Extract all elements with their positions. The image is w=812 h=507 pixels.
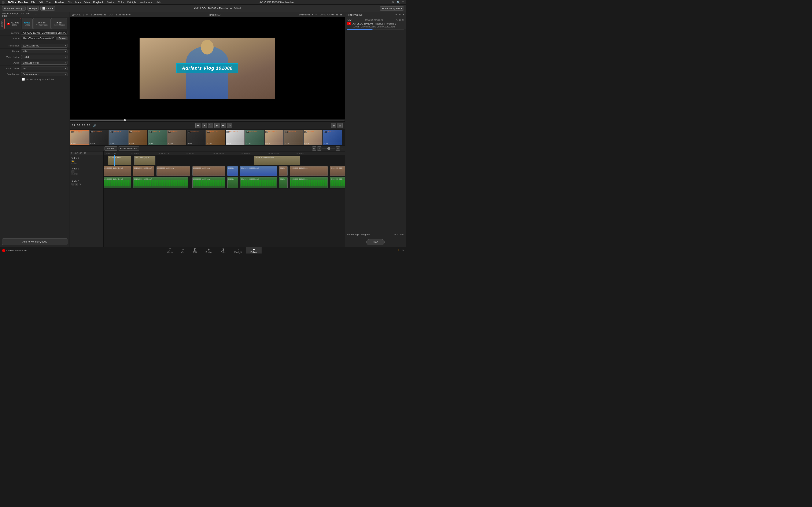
menu-file[interactable]: File bbox=[31, 1, 35, 4]
tape-button[interactable]: ▶ Tape bbox=[27, 6, 39, 11]
control-icon[interactable]: ☰ bbox=[402, 1, 404, 4]
clip-12[interactable]: 12 00:00:01:15 H.264 bbox=[284, 130, 303, 145]
upload-yt-checkbox[interactable] bbox=[22, 78, 25, 81]
tab-edit[interactable]: ◧ Edit bbox=[189, 247, 201, 254]
timeline-zoom-in-button[interactable]: + bbox=[336, 147, 340, 151]
v1-clip-4[interactable]: 20191008_112650.mp4 bbox=[192, 166, 225, 176]
clip-11[interactable]: 11 00:00:00:17 H.264 bbox=[264, 130, 284, 145]
menu-fusion[interactable]: Fusion bbox=[107, 1, 115, 4]
volume-icon[interactable]: 🔊 bbox=[93, 124, 96, 127]
v1-track-content[interactable]: 20191008_112...41.mp4 20191008_112358.mp… bbox=[104, 166, 345, 176]
a1-clip-6[interactable]: 2019... bbox=[279, 177, 288, 188]
loop-button[interactable]: ↻ bbox=[227, 123, 232, 128]
tab-color[interactable]: ◑ Color bbox=[216, 247, 230, 254]
format-h264-button[interactable]: H.264 H.264 Master bbox=[51, 18, 67, 29]
browse-button[interactable]: Browse bbox=[57, 37, 67, 40]
job-copy-icon[interactable]: ⧉ bbox=[399, 18, 401, 21]
format-youtube-button[interactable]: YouTube 1080p bbox=[4, 18, 21, 29]
a1-clip-1[interactable]: 20191008_112...41.mp4 bbox=[104, 177, 131, 188]
tab-fusion[interactable]: ◈ Fusion bbox=[201, 247, 216, 254]
tab-media[interactable]: ⬡ Media bbox=[163, 247, 177, 254]
skip-to-end-button[interactable]: ⏭ bbox=[221, 123, 226, 128]
audio-select[interactable]: Main 1 (Stereo) bbox=[21, 61, 67, 65]
audio-mixer-button[interactable]: ⊟ bbox=[338, 123, 343, 128]
tab-cut[interactable]: ✂ Cut bbox=[177, 247, 189, 254]
v1-lock-button[interactable] bbox=[71, 170, 74, 173]
a1-clip-2[interactable]: 20191008_112358.mp4 bbox=[133, 177, 188, 188]
v1-clip-2[interactable]: 20191008_112358.mp4 bbox=[133, 166, 154, 176]
stop-button[interactable]: ⬛ bbox=[208, 123, 213, 128]
clip-01[interactable]: 01 00:00:01:22 H.264 bbox=[70, 130, 89, 145]
clip-13[interactable]: 13 00:00:00:11 H.264 bbox=[303, 130, 322, 145]
a1-clip-4[interactable]: 20191... bbox=[227, 177, 238, 188]
v1-clip-1[interactable]: 20191008_112...41.mp4 bbox=[104, 166, 131, 176]
format-prores-button[interactable]: ProRes ProRes Master bbox=[33, 18, 51, 29]
location-input[interactable] bbox=[21, 37, 57, 40]
format-vimeo-button[interactable]: vimeo 1080p bbox=[22, 18, 33, 29]
v2-clip-2[interactable]: Text - Setting up m... bbox=[134, 156, 155, 165]
job-delete-icon[interactable]: ✕ bbox=[402, 18, 404, 21]
timeline-grid-button[interactable]: ⊞ bbox=[312, 147, 316, 151]
render-settings-button[interactable]: ⚙ Render Settings bbox=[2, 6, 26, 11]
a1-solo-button[interactable]: S bbox=[71, 183, 74, 185]
panel-options-button[interactable]: ••• bbox=[35, 13, 68, 16]
search-icon[interactable]: 🔍 bbox=[397, 1, 400, 4]
add-to-render-queue-button[interactable]: Add to Render Queue bbox=[2, 238, 67, 245]
render-button[interactable]: Render bbox=[104, 147, 117, 151]
v2-clip-1[interactable]: 3D Title In A Box bbox=[108, 156, 131, 165]
play-button[interactable]: ▶ bbox=[214, 123, 219, 128]
settings-icon[interactable]: ⚙ bbox=[402, 249, 404, 252]
menu-mark[interactable]: Mark bbox=[75, 1, 81, 4]
menu-color[interactable]: Color bbox=[118, 1, 124, 4]
v1-clip-6[interactable]: 20191008_112928.mp4 bbox=[240, 166, 277, 176]
scrubber-handle[interactable] bbox=[124, 119, 126, 121]
filename-input[interactable] bbox=[21, 31, 67, 35]
a1-clip-5[interactable]: 20191008_112928.mp4 bbox=[240, 177, 277, 188]
video-codec-select[interactable]: H.264 bbox=[21, 55, 67, 59]
clip-08[interactable]: 08 00:00:30:01 H.264 bbox=[206, 130, 225, 145]
menu-workspace[interactable]: Workspace bbox=[140, 1, 152, 4]
a1-mute-button[interactable]: M bbox=[75, 183, 78, 185]
menu-trim[interactable]: Trim bbox=[46, 1, 51, 4]
a1-clip-7[interactable]: 20191008_113126.mp4 bbox=[290, 177, 328, 188]
v2-track-content[interactable]: 3D Title In A Box Text - Setting up m...… bbox=[104, 155, 345, 166]
clip-04[interactable]: 04 00:00:01:06 H.264 bbox=[129, 130, 147, 145]
expand-icon[interactable]: ⤢ bbox=[341, 147, 343, 150]
clips-button[interactable]: ⬜ Clips ▾ bbox=[40, 6, 55, 11]
menu-playback[interactable]: Playback bbox=[93, 1, 104, 4]
v1-clip-5[interactable]: 20191... bbox=[227, 166, 238, 176]
menu-view[interactable]: View bbox=[84, 1, 90, 4]
job-edit-icon[interactable]: ✎ bbox=[396, 18, 398, 21]
v1-clip-7[interactable]: 2019... bbox=[279, 166, 288, 176]
v1-clip-3[interactable]: 20191008_112358.mp4 bbox=[156, 166, 190, 176]
rq-more-icon[interactable]: ••• bbox=[399, 13, 401, 16]
clip-09[interactable]: 09 00:00:00:16 H.264 bbox=[225, 130, 245, 145]
a1-track-content[interactable]: 20191008_112...41.mp4 20191008_112358.mp… bbox=[104, 176, 345, 189]
rq-chevron-down-icon[interactable]: ▾ bbox=[403, 13, 404, 16]
zoom-slider-handle[interactable] bbox=[327, 147, 330, 150]
clip-02[interactable]: 02 00:00:00:00 H.264 bbox=[90, 130, 108, 145]
resolution-select[interactable]: 1920 x 1080 HD bbox=[21, 44, 67, 48]
a1-clip-3[interactable]: 20191008_112650.mp4 bbox=[192, 177, 225, 188]
siri-icon[interactable]: ⌘ bbox=[392, 1, 395, 4]
clip-06[interactable]: 06 00:00:01:17 H.264 bbox=[167, 130, 186, 145]
a1-clip-8[interactable]: 20191008_113... bbox=[330, 177, 345, 188]
zoom-control[interactable]: 79% ▾ 6 bbox=[72, 13, 81, 16]
timeline-zoom-out-button[interactable]: − bbox=[317, 147, 321, 151]
skip-to-start-button[interactable]: ⏮ bbox=[195, 123, 200, 128]
tab-fairlight[interactable]: ♪ Fairlight bbox=[230, 247, 246, 254]
stop-render-button[interactable]: Stop bbox=[366, 239, 385, 245]
data-burnin-select[interactable]: Same as project bbox=[21, 72, 67, 76]
menu-timeline[interactable]: Timeline bbox=[55, 1, 64, 4]
step-back-button[interactable]: ◂ bbox=[202, 123, 207, 128]
menu-help[interactable]: Help bbox=[156, 1, 161, 4]
fullscreen-button[interactable]: ⊞ bbox=[331, 123, 336, 128]
clip-10[interactable]: 10 00:00:01:04 H.264 bbox=[245, 130, 264, 145]
menu-edit[interactable]: Edit bbox=[39, 1, 43, 4]
v1-clip-9[interactable]: 20191008_113... bbox=[330, 166, 345, 176]
menu-clip[interactable]: Clip bbox=[68, 1, 72, 4]
format-select[interactable]: MP4 bbox=[21, 49, 67, 53]
rq-edit-icon[interactable]: ✎ bbox=[395, 13, 397, 16]
zoom-slider[interactable] bbox=[322, 148, 335, 149]
entire-timeline-selector[interactable]: Entire Timeline ▾ bbox=[118, 147, 139, 151]
